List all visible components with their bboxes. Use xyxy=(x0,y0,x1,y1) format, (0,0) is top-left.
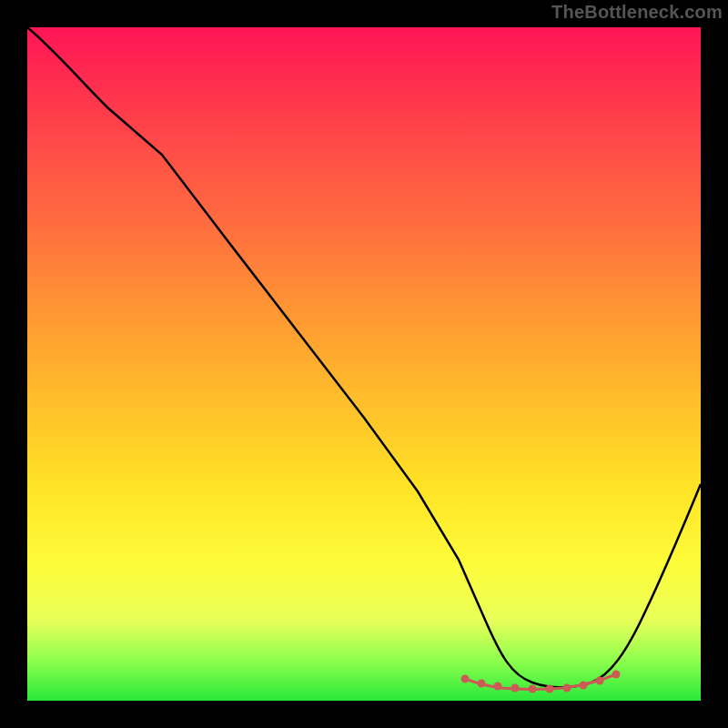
curve-svg xyxy=(27,27,701,701)
bottleneck-curve xyxy=(27,27,701,687)
chart-frame: TheBottleneck.com xyxy=(0,0,728,728)
plot-area xyxy=(27,27,701,701)
watermark-label: TheBottleneck.com xyxy=(551,2,723,23)
optimal-zone-markers xyxy=(461,671,621,693)
